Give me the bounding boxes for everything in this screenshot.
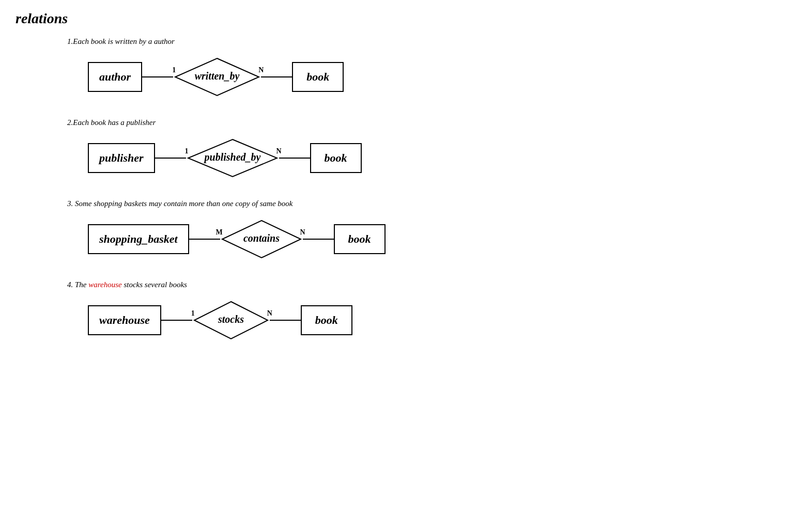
cardinality-2-right: N — [276, 147, 282, 155]
highlight-warehouse: warehouse — [88, 280, 121, 289]
relation-section-3: 3. Some shopping baskets may contain mor… — [16, 199, 785, 260]
relation-description-2: 2.Each book has a publisher — [67, 118, 785, 127]
relation-section-2: 2.Each book has a publisher publisher 1 … — [16, 118, 785, 179]
entity-shopping-basket: shopping_basket — [88, 224, 189, 254]
entity-author: author — [88, 62, 142, 92]
cardinality-4-right: N — [267, 309, 272, 318]
er-diagram-1: author 1 written_by N book — [88, 56, 785, 98]
entity-book-1: book — [292, 62, 344, 92]
er-diagram-3: shopping_basket M contains N book — [88, 218, 785, 260]
diamond-written-by: written_by — [173, 56, 261, 98]
entity-book-3: book — [334, 224, 386, 254]
line-left-1: 1 — [142, 76, 173, 77]
diamond-published-by: published_by — [186, 137, 279, 179]
line-left-2: 1 — [155, 158, 186, 159]
relation-section-4: 4. The warehouse stocks several books wa… — [16, 280, 785, 341]
relationship-label-4: stocks — [218, 314, 244, 325]
line-left-3: M — [189, 239, 220, 240]
diamond-stocks: stocks — [192, 300, 270, 341]
relation-description-1: 1.Each book is written by a author — [67, 37, 785, 46]
line-right-2: N — [279, 158, 310, 159]
diamond-contains: contains — [220, 218, 303, 260]
relationship-label-3: contains — [243, 232, 280, 244]
cardinality-1-right: N — [258, 66, 264, 74]
line-left-4: 1 — [161, 320, 192, 321]
relationship-label-2: published_by — [203, 151, 260, 163]
entity-publisher: publisher — [88, 143, 155, 173]
er-diagram-2: publisher 1 published_by N book — [88, 137, 785, 179]
relationship-label-1: written_by — [195, 70, 240, 82]
line-right-1: N — [261, 76, 292, 77]
line-right-3: N — [303, 239, 334, 240]
cardinality-3-right: N — [300, 228, 305, 237]
line-right-4: N — [270, 320, 301, 321]
er-diagram-4: warehouse 1 stocks N book — [88, 300, 785, 341]
entity-book-2: book — [310, 143, 362, 173]
relation-description-4: 4. The warehouse stocks several books — [67, 280, 785, 289]
page-title: relations — [16, 10, 785, 27]
entity-book-4: book — [301, 305, 352, 335]
relation-section-1: 1.Each book is written by a author autho… — [16, 37, 785, 98]
relation-description-3: 3. Some shopping baskets may contain mor… — [67, 199, 785, 208]
entity-warehouse: warehouse — [88, 305, 161, 335]
